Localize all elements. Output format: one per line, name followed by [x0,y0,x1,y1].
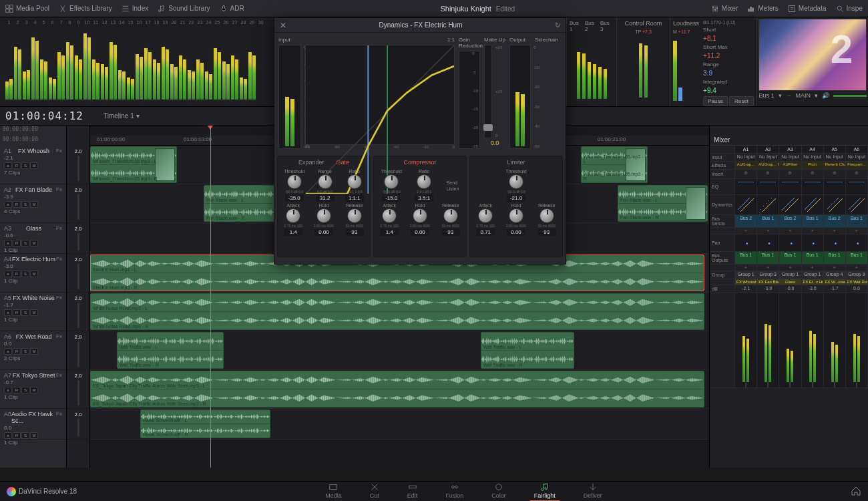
mixer-cell[interactable]: Bus 2 [779,215,801,228]
track-header[interactable]: A2FX Fan BladeFx -3.9 aRSM 4 Clips [0,184,66,223]
mixer-cell[interactable]: No Input [824,154,846,162]
mixer-cell[interactable]: Group 1 [735,271,757,279]
mixer-cell[interactable]: + [757,265,779,271]
mixer-cell[interactable]: Group 1 [802,271,824,279]
mixer-cell[interactable]: Bus 1 [802,215,824,228]
mixer-cell[interactable]: Group 9 [846,271,868,279]
mixer-fader[interactable] [824,293,846,388]
audio-clip[interactable]: Whoosh_Transition.05.mp3 - LWhoosh_Trans… [90,146,177,183]
mixer-cell[interactable]: + [846,265,868,271]
mixer-cell[interactable] [824,195,846,215]
timeline-dropdown[interactable]: Timeline 1 ▾ [103,112,140,120]
color-page-tab[interactable]: Color [487,481,510,501]
audio-clip[interactable]: Wet Traffic.wav - LWet Traffic.wav - R [481,332,574,369]
mixer-cell[interactable]: + [802,265,824,271]
mixer-cell[interactable] [735,195,757,215]
mixer-cell[interactable]: + [779,265,801,271]
mixer-cell[interactable]: + [735,228,757,234]
audio-clip[interactable]: Wet Traffic.wav - LWet Traffic.wav - R [117,332,224,369]
dynamics-graph[interactable] [305,45,455,145]
mixer-cell[interactable] [824,170,846,179]
edit-page-tab[interactable]: Edit [403,481,422,501]
mixer-cell[interactable] [735,170,757,179]
mixer-cell[interactable] [757,170,779,179]
mixer-cell[interactable]: Bus 1 [802,252,824,265]
effects-library-button[interactable]: Effects Library [59,5,112,13]
mixer-cell[interactable]: Bus 1 [824,252,846,265]
loudness-pause-button[interactable]: Pause [703,96,728,106]
makeup-slider[interactable]: +20+100 [484,45,492,138]
gate-ratio-knob[interactable] [347,174,362,189]
monitor-bus-dropdown[interactable]: Bus 1 [758,92,774,99]
audio-clip[interactable]: Fan Blade.wav - LFan Blade.wav - R [618,185,708,222]
mixer-cell[interactable]: + [779,228,801,234]
track-header[interactable]: A4FX Electric HumFx -3.0 aRSM 1 Clip [0,254,66,293]
mixer-cell[interactable]: Group 4 [824,271,846,279]
lim-hold-knob[interactable] [509,208,523,223]
mixer-cell[interactable] [779,234,801,252]
close-icon[interactable]: ✕ [280,21,286,30]
loudness-reset-button[interactable]: Reset [729,96,754,106]
mixer-cell[interactable]: + [757,228,779,234]
mixer-cell[interactable] [779,195,801,215]
mixer-cell[interactable] [802,234,824,252]
metadata-button[interactable]: Metadata [788,5,827,13]
mixer-cell[interactable] [802,195,824,215]
mixer-cell[interactable]: AUGrap... Multiba... [757,162,779,170]
mixer-cell[interactable]: No Input [802,154,824,162]
index-button[interactable]: Index [122,5,148,13]
comp-hold-knob[interactable] [413,208,427,223]
mixer-cell[interactable] [846,170,868,179]
inspector-button[interactable]: Inspe [836,5,863,13]
cut-page-tab[interactable]: Cut [366,481,383,501]
volume-slider[interactable] [833,95,867,97]
mixer-cell[interactable]: + [735,265,757,271]
gate-attack-knob[interactable] [286,208,300,223]
adr-button[interactable]: ADR [220,5,244,13]
mixer-fader[interactable] [802,293,824,388]
mixer-cell[interactable]: -3.0 [802,285,824,293]
gate-range-knob[interactable] [318,174,333,189]
mixer-cell[interactable]: -1.7 [824,285,846,293]
lim-release-knob[interactable] [539,208,554,223]
track-header[interactable]: A5FX White NoiseFx -1.7 aRSM 1 Clip [0,293,66,331]
mixer-cell[interactable]: Frequen... [846,162,868,170]
mixer-cell[interactable] [846,179,868,195]
audio-clip[interactable]: Whoosh_Transition.05.mp3 - LWhoosh_Trans… [581,146,648,183]
track-header[interactable]: A1FX WhooshFx -2.1 aRSM 7 Clips [0,146,66,184]
mixer-cell[interactable]: Reverb Chorus [824,162,846,170]
mixer-button[interactable]: Mixer [711,5,738,13]
deliver-page-tab[interactable]: Deliver [580,481,606,501]
mixer-cell[interactable]: 0.0 [846,285,868,293]
mixer-cell[interactable] [757,179,779,195]
fairlight-page-tab[interactable]: Fairlight [530,481,560,501]
reset-icon[interactable]: ↻ [555,21,560,29]
media-pool-button[interactable]: Media Pool [5,5,49,13]
mixer-cell[interactable]: No Input [735,154,757,162]
mixer-cell[interactable]: + [824,265,846,271]
mixer-cell[interactable] [824,234,846,252]
audio-clip[interactable]: ES_Tokyo Japan City Traffic Atmos With S… [90,371,704,407]
mixer-fader[interactable] [757,293,779,388]
mixer-cell[interactable]: No Input [779,154,801,162]
mixer-cell[interactable]: AUGrap... [735,162,757,170]
mixer-cell[interactable]: Bus 1 [846,215,868,228]
media-page-tab[interactable]: Media [321,481,346,501]
mixer-cell[interactable] [802,170,824,179]
mixer-cell[interactable] [824,179,846,195]
mixer-cell[interactable] [735,234,757,252]
mixer-cell[interactable]: Bus 1 [757,252,779,265]
meters-button[interactable]: Meters [747,5,779,13]
mixer-cell[interactable]: AUFilter [779,162,801,170]
gate-release-knob[interactable] [347,208,362,223]
audio-clip[interactable]: Hawk Screech.aiff - LHawk Screech.aiff -… [140,409,270,438]
mixer-cell[interactable]: Bus 1 [846,252,868,265]
mixer-fader[interactable] [846,293,868,388]
mixer-cell[interactable] [779,179,801,195]
mixer-fader[interactable] [779,293,801,388]
mixer-cell[interactable]: Bus 1 [779,252,801,265]
track-lane[interactable]: Wet Traffic.wav - LWet Traffic.wav - RWe… [90,331,709,370]
mixer-cell[interactable] [846,234,868,252]
mixer-cell[interactable]: -2.1 [735,285,757,293]
track-lane[interactable]: Hawk Screech.aiff - LHawk Screech.aiff -… [90,409,709,440]
